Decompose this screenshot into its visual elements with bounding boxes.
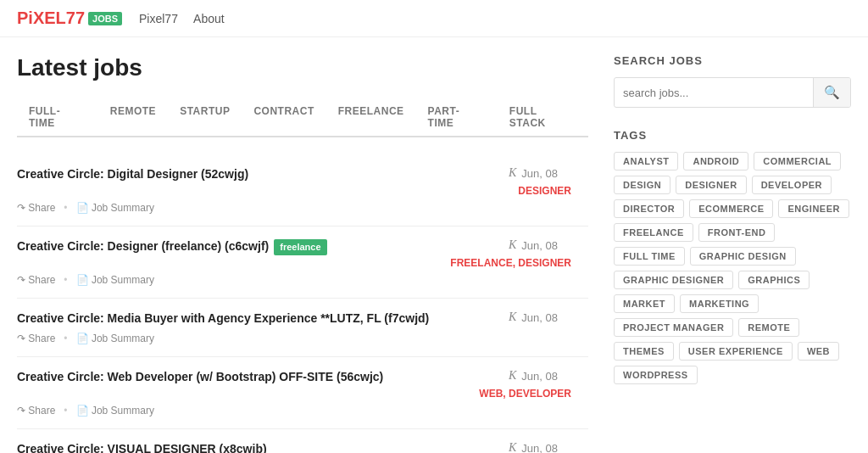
- tag-pill[interactable]: DEVELOPER: [752, 176, 832, 194]
- job-date: Jun, 08: [521, 167, 558, 180]
- tag-pill[interactable]: THEMES: [614, 342, 674, 361]
- page-title: Latest jobs: [17, 54, 588, 81]
- tag-pill[interactable]: DIRECTOR: [614, 199, 684, 218]
- summary-action[interactable]: 📄 Job Summary: [76, 405, 154, 417]
- tags-title: TAGS: [614, 129, 851, 142]
- job-left: Creative Circle: VISUAL DESIGNER (x8cwjb…: [17, 441, 509, 453]
- content-area: Latest jobs FULL-TIMEREMOTESTARTUPCONTRA…: [17, 54, 614, 453]
- tag-pill[interactable]: PROJECT MANAGER: [614, 318, 733, 337]
- job-tag[interactable]: DEVELOPER: [509, 388, 571, 400]
- tag-pill[interactable]: ANDROID: [683, 152, 748, 171]
- job-row: Creative Circle: Digital Designer (52cwj…: [17, 166, 588, 197]
- job-item: Creative Circle: VISUAL DESIGNER (x8cwjb…: [17, 429, 588, 453]
- job-tags: WEB, DEVELOPER: [479, 386, 571, 400]
- filter-tab-contract[interactable]: CONTRACT: [242, 98, 326, 136]
- tag-pill[interactable]: ANALYST: [614, 152, 678, 171]
- filter-tab-full-time[interactable]: FULL-TIME: [17, 98, 98, 136]
- dot-separator: •: [64, 405, 67, 417]
- job-title[interactable]: Creative Circle: Digital Designer (52cwj…: [17, 167, 248, 181]
- job-tag[interactable]: WEB,: [479, 388, 509, 400]
- nav-about[interactable]: About: [193, 12, 225, 25]
- search-section: SEARCH JOBS 🔍: [614, 54, 851, 108]
- job-actions: ↷ Share•📄 Job Summary: [17, 333, 588, 344]
- job-left: Creative Circle: Web Developer (w/ Boots…: [17, 369, 479, 386]
- job-meta: KJun, 08WEB, DEVELOPER: [479, 369, 571, 400]
- summary-action[interactable]: 📄 Job Summary: [76, 274, 154, 286]
- summary-action[interactable]: 📄 Job Summary: [76, 202, 154, 214]
- tag-pill[interactable]: DESIGN: [614, 176, 670, 194]
- tag-pill[interactable]: ENGINEER: [778, 199, 849, 218]
- tag-pill[interactable]: GRAPHICS: [738, 271, 810, 289]
- job-tags: FREELANCE, DESIGNER: [450, 255, 571, 269]
- logo-jobs-badge: JOBS: [88, 12, 122, 25]
- tag-pill[interactable]: MARKETING: [680, 294, 759, 313]
- search-title: SEARCH JOBS: [614, 54, 851, 67]
- nav-pixel77[interactable]: Pixel77: [139, 12, 178, 25]
- job-left: Creative Circle: Digital Designer (52cwj…: [17, 166, 509, 183]
- share-action[interactable]: ↷ Share: [17, 274, 55, 286]
- job-row: Creative Circle: Web Developer (w/ Boots…: [17, 369, 588, 400]
- job-tags: DESIGNER: [518, 183, 571, 197]
- freelance-badge: freelance: [274, 239, 326, 255]
- filter-tab-remote[interactable]: REMOTE: [98, 98, 168, 136]
- job-meta: KJun, 08DESIGNER: [509, 166, 571, 197]
- job-avatar: K: [509, 166, 516, 180]
- job-date: Jun, 08: [521, 311, 558, 324]
- job-tag[interactable]: DESIGNER: [518, 257, 571, 269]
- tag-pill[interactable]: ECOMMERCE: [689, 199, 773, 218]
- job-left: Creative Circle: Media Buyer with Agency…: [17, 310, 509, 327]
- share-action[interactable]: ↷ Share: [17, 405, 55, 417]
- tag-pill[interactable]: GRAPHIC DESIGNER: [614, 271, 733, 289]
- job-date: Jun, 08: [521, 239, 558, 252]
- tag-pill[interactable]: WEB: [798, 342, 839, 361]
- tag-pill[interactable]: USER EXPERIENCE: [679, 342, 793, 361]
- job-avatar: K: [509, 441, 516, 453]
- job-actions: ↷ Share•📄 Job Summary: [17, 202, 588, 214]
- tag-pill[interactable]: DESIGNER: [676, 176, 746, 194]
- search-input[interactable]: [615, 80, 813, 106]
- main-container: Latest jobs FULL-TIMEREMOTESTARTUPCONTRA…: [0, 37, 868, 453]
- share-action[interactable]: ↷ Share: [17, 202, 55, 214]
- job-item: Creative Circle: Web Developer (w/ Boots…: [17, 357, 588, 429]
- logo-77-text: 77: [66, 8, 85, 28]
- job-tag[interactable]: DESIGNER: [518, 185, 571, 197]
- job-item: Creative Circle: Digital Designer (52cwj…: [17, 154, 588, 226]
- job-meta: KJun, 08FREELANCE, DESIGNER: [450, 238, 571, 269]
- tag-pill[interactable]: FREELANCE: [614, 223, 693, 242]
- job-meta: KJun, 08DESIGNER: [509, 441, 571, 453]
- filter-tab-freelance[interactable]: FREELANCE: [326, 98, 416, 136]
- search-button[interactable]: 🔍: [813, 78, 850, 107]
- tag-pill[interactable]: FRONT-END: [698, 223, 776, 242]
- job-row: Creative Circle: Designer (freelance) (c…: [17, 238, 588, 269]
- job-actions: ↷ Share•📄 Job Summary: [17, 405, 588, 417]
- tag-pill[interactable]: REMOTE: [738, 318, 799, 337]
- share-action[interactable]: ↷ Share: [17, 333, 55, 344]
- filter-tab-startup[interactable]: STARTUP: [168, 98, 242, 136]
- dot-separator: •: [64, 333, 67, 344]
- tag-pill[interactable]: FULL TIME: [614, 247, 685, 266]
- job-title[interactable]: Creative Circle: VISUAL DESIGNER (x8cwjb…: [17, 442, 267, 453]
- job-title[interactable]: Creative Circle: Designer (freelance) (c…: [17, 239, 327, 253]
- job-row: Creative Circle: VISUAL DESIGNER (x8cwjb…: [17, 441, 588, 453]
- sidebar: SEARCH JOBS 🔍 TAGS ANALYSTANDROIDCOMMERC…: [614, 54, 851, 453]
- dot-separator: •: [64, 274, 67, 286]
- job-actions: ↷ Share•📄 Job Summary: [17, 274, 588, 286]
- filter-tabs: FULL-TIMEREMOTESTARTUPCONTRACTFREELANCEP…: [17, 98, 588, 137]
- job-title[interactable]: Creative Circle: Media Buyer with Agency…: [17, 311, 429, 325]
- job-item: Creative Circle: Designer (freelance) (c…: [17, 226, 588, 299]
- job-tag[interactable]: FREELANCE,: [450, 257, 518, 269]
- logo: PiXEL 77 JOBS: [17, 8, 122, 28]
- job-date: Jun, 08: [521, 370, 558, 383]
- filter-tab-part-time[interactable]: PART-TIME: [416, 98, 498, 136]
- tag-pill[interactable]: WORDPRESS: [614, 366, 698, 384]
- job-title[interactable]: Creative Circle: Web Developer (w/ Boots…: [17, 370, 383, 383]
- tag-pill[interactable]: COMMERCIAL: [754, 152, 841, 171]
- filter-tab-full-stack[interactable]: FULL STACK: [498, 98, 588, 136]
- job-list: Creative Circle: Digital Designer (52cwj…: [17, 154, 588, 453]
- summary-action[interactable]: 📄 Job Summary: [76, 333, 154, 344]
- job-avatar: K: [509, 369, 516, 383]
- job-row: Creative Circle: Media Buyer with Agency…: [17, 310, 588, 327]
- tag-pill[interactable]: MARKET: [614, 294, 675, 313]
- header: PiXEL 77 JOBS Pixel77 About: [0, 0, 868, 37]
- tag-pill[interactable]: GRAPHIC DESIGN: [690, 247, 796, 266]
